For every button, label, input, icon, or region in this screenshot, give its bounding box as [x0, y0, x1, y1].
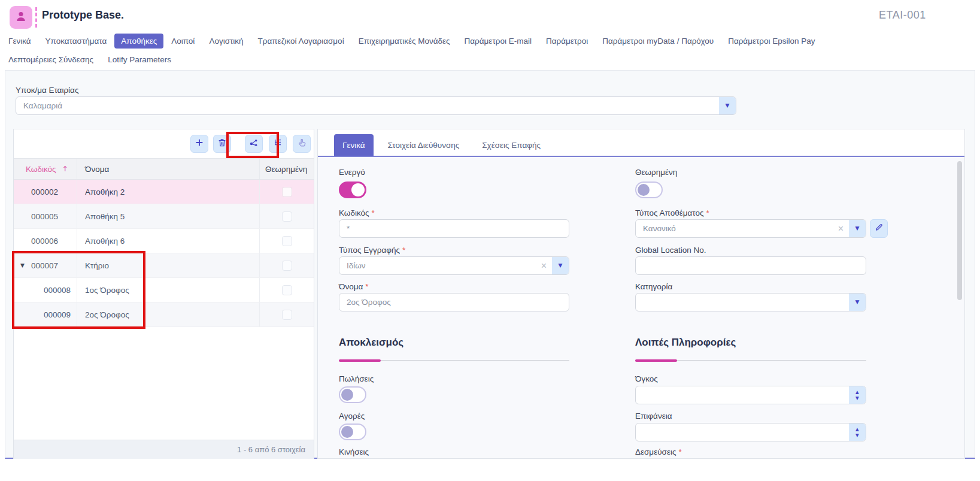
- tree-view-button[interactable]: [269, 135, 287, 153]
- chevron-down-icon: ▼: [559, 263, 563, 268]
- approved-checkbox[interactable]: [282, 310, 292, 320]
- detail-tab-bar: ΓενικάΣτοιχεία ΔιεύθυνσηςΣχέσεις Επαφής: [334, 134, 549, 156]
- expander-icon[interactable]: ▼: [20, 262, 25, 268]
- spin-down-icon[interactable]: ▼: [855, 396, 859, 401]
- purchases-label: Αγορές: [339, 412, 365, 421]
- nav-tab-τραπεζικοί-λογαριασμοί[interactable]: Τραπεζικοί Λογαριασμοί: [251, 34, 351, 49]
- gln-input[interactable]: [635, 256, 866, 275]
- row-name: 1ος Όροφος: [77, 278, 259, 302]
- detail-tab-σχέσεις-επαφής[interactable]: Σχέσεις Επαφής: [474, 134, 549, 156]
- chevron-down-icon: ▼: [726, 103, 730, 108]
- table-pagination: 1 - 6 από 6 στοιχεία: [14, 440, 314, 459]
- surface-input[interactable]: ▲ ▼: [635, 423, 866, 441]
- approved-checkbox[interactable]: [282, 261, 292, 271]
- detail-tab-γενικά[interactable]: Γενικά: [334, 134, 374, 156]
- spin-up-icon[interactable]: ▲: [855, 390, 859, 395]
- stock-type-edit-button[interactable]: [870, 219, 888, 238]
- approved-checkbox[interactable]: [282, 211, 292, 222]
- spin-up-icon[interactable]: ▲: [855, 427, 859, 432]
- active-label: Ενεργό: [339, 168, 365, 177]
- stock-type-label: Τύπος Αποθέματος*: [635, 208, 709, 217]
- row-code: 000009: [14, 310, 71, 319]
- nav-tab-λεπτομέρειες-σύνδεσης[interactable]: Λεπτομέρειες Σύνδεσης: [2, 52, 100, 67]
- nav-tab-αποθήκες[interactable]: Αποθήκες: [114, 34, 163, 49]
- table-row-000006[interactable]: 000006Αποθήκη 6: [14, 229, 314, 253]
- spin-down-icon[interactable]: ▼: [855, 433, 859, 438]
- nav-tab-επιχειρηματικές-μονάδες[interactable]: Επιχειρηματικές Μονάδες: [352, 34, 457, 49]
- nav-tab-παράμετροι[interactable]: Παράμετροι: [539, 34, 594, 49]
- clear-icon[interactable]: ×: [541, 261, 547, 271]
- column-header-code[interactable]: Κωδικός ↑: [14, 159, 77, 179]
- required-marker: *: [372, 208, 375, 217]
- category-combo[interactable]: ▼: [635, 293, 866, 311]
- nav-tab-υποκαταστήματα[interactable]: Υποκαταστήματα: [39, 34, 114, 49]
- company-branch-label: Υποκ/μα Εταιρίας: [16, 86, 78, 95]
- clear-icon[interactable]: ×: [838, 223, 844, 234]
- surface-label: Επιφάνεια: [635, 412, 672, 421]
- app-logo: [10, 6, 32, 29]
- nav-tab-λοιποί[interactable]: Λοιποί: [165, 34, 201, 49]
- purchases-toggle[interactable]: [339, 423, 366, 440]
- share-nodes-icon: [249, 138, 259, 150]
- detail-tab-στοιχεία-διεύθυνσης[interactable]: Στοιχεία Διεύθυνσης: [380, 134, 468, 156]
- row-code: 000005: [14, 212, 58, 221]
- row-name: 2ος Όροφος: [77, 302, 259, 326]
- approved-toggle[interactable]: [635, 181, 663, 198]
- row-code: 000002: [14, 187, 58, 196]
- trash-icon: [217, 138, 227, 150]
- warehouse-detail-panel: ΓενικάΣτοιχεία ΔιεύθυνσηςΣχέσεις Επαφής …: [317, 129, 965, 459]
- nav-tab-παράμετροι-mydata-παρόχου[interactable]: Παράμετροι myData / Παρόχου: [596, 34, 720, 49]
- row-name: Αποθήκη 6: [77, 229, 259, 253]
- company-branch-dropdown-button[interactable]: ▼: [719, 97, 736, 114]
- table-header: Κωδικός ↑ Όνομα Θεωρημένη: [14, 158, 314, 180]
- approved-checkbox[interactable]: [282, 236, 292, 246]
- volume-input[interactable]: ▲ ▼: [635, 386, 866, 404]
- column-header-approved[interactable]: Θεωρημένη: [259, 159, 314, 179]
- row-approved-cell: [259, 180, 314, 204]
- delete-button[interactable]: [213, 135, 231, 153]
- entry-type-combo[interactable]: Ιδίων × ▼: [339, 256, 569, 275]
- vertical-scrollbar-thumb[interactable]: [957, 161, 962, 300]
- nav-tab-παράμετροι-e-mail[interactable]: Παράμετροι E-mail: [458, 34, 538, 49]
- table-row-000008[interactable]: 0000081ος Όροφος: [14, 278, 314, 302]
- stock-type-combo[interactable]: Κανονικό × ▼: [635, 219, 866, 238]
- approved-checkbox[interactable]: [282, 187, 292, 197]
- row-approved-cell: [259, 229, 314, 253]
- table-row-000009[interactable]: 0000092ος Όροφος: [14, 302, 314, 327]
- row-name: Κτήριο: [77, 253, 259, 277]
- add-button[interactable]: [190, 135, 208, 153]
- nav-tab-λογιστική[interactable]: Λογιστική: [202, 34, 250, 49]
- category-value: [636, 294, 849, 311]
- nav-tab-παράμετροι-epsilon-pay[interactable]: Παράμετροι Epsilon Pay: [721, 34, 821, 49]
- code-input[interactable]: *: [339, 219, 569, 238]
- table-row-000002[interactable]: 000002Αποθήκη 2: [14, 180, 314, 204]
- pencil-icon: [875, 223, 884, 234]
- column-header-name-label: Όνομα: [85, 165, 109, 174]
- table-toolbar: [14, 129, 314, 158]
- category-dropdown-button[interactable]: ▼: [849, 294, 866, 311]
- surface-spinner[interactable]: ▲ ▼: [849, 423, 866, 441]
- tree-list-icon: [273, 138, 283, 150]
- volume-spinner[interactable]: ▲ ▼: [849, 386, 866, 404]
- hand-pointer-button[interactable]: [293, 135, 311, 153]
- share-button[interactable]: [245, 135, 263, 153]
- row-name: Αποθήκη 5: [77, 204, 259, 228]
- stock-type-dropdown-button[interactable]: ▼: [849, 220, 866, 237]
- table-row-000007[interactable]: ▼000007Κτήριο: [14, 253, 314, 278]
- active-toggle[interactable]: [339, 181, 366, 198]
- approved-checkbox[interactable]: [282, 285, 292, 295]
- table-row-000005[interactable]: 000005Αποθήκη 5: [14, 204, 314, 229]
- name-input[interactable]: 2ος Όροφος: [339, 293, 569, 311]
- required-marker: *: [402, 246, 405, 255]
- row-code-cell: ▼000007: [14, 253, 77, 277]
- column-header-name[interactable]: Όνομα: [77, 159, 259, 179]
- person-icon: [14, 9, 28, 26]
- sales-toggle[interactable]: [339, 386, 366, 403]
- required-marker: *: [678, 447, 681, 456]
- entry-type-dropdown-button[interactable]: ▼: [552, 257, 569, 274]
- nav-tab-lotify-parameters[interactable]: Lotify Parameters: [101, 52, 178, 67]
- nav-tab-γενικά[interactable]: Γενικά: [2, 34, 38, 49]
- page-title: Prototype Base.: [42, 9, 124, 22]
- company-branch-select[interactable]: Καλαμαριά ▼: [16, 96, 736, 115]
- required-marker: *: [706, 208, 709, 217]
